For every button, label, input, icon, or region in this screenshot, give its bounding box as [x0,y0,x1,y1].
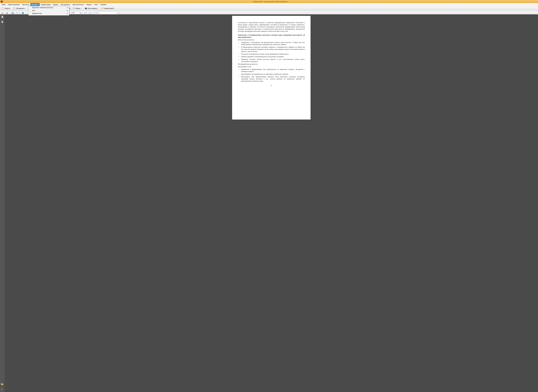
separator [93,11,93,14]
menu-bar: ФайлРедактированиеПросмотрДокументКоммен… [0,3,538,6]
comment-button[interactable]: Комментарий ▾ [100,7,115,10]
fit-width-icon [84,12,87,14]
save-button[interactable] [11,11,15,15]
page-viewport[interactable]: эстетических и нравственных идеалах и це… [5,14,538,15]
combine-icon [13,7,16,9]
combine-label: Объединить [16,8,24,9]
svg-rect-8 [73,8,74,9]
svg-rect-12 [7,12,8,13]
envelope-icon [16,12,19,14]
svg-point-10 [86,7,87,8]
app-icon [1,1,3,3]
menu-item-label: Водяной знак [32,13,42,14]
menu-item-документ[interactable]: Документ [30,3,40,6]
find-input[interactable] [94,12,119,14]
svg-rect-13 [7,13,8,14]
caret-icon: ▾ [97,8,98,9]
menu-item-дополнительно[interactable]: Дополнительно [71,3,85,6]
svg-rect-19 [85,13,85,13]
svg-rect-21 [90,12,91,14]
open-button[interactable] [0,11,5,15]
separator [83,11,83,14]
separator [99,7,100,10]
navigation-panel [0,14,5,15]
svg-rect-7 [73,8,74,8]
svg-rect-20 [86,13,86,13]
caret-icon: ▾ [114,8,115,9]
caret-icon: ▾ [10,8,11,9]
menu-item-файл[interactable]: Файл [0,3,7,6]
comment-icon [101,7,104,9]
caret-icon: ▾ [69,8,70,9]
menu-item[interactable]: Верхний и нижний колонтитул [28,6,69,9]
printer-icon [6,12,8,14]
svg-rect-3 [14,7,15,9]
forms-icon [73,7,75,9]
multimedia-icon [85,7,87,9]
menu-item-просмотр[interactable]: Просмотр [21,3,30,6]
title-bar: Сборник №5 - На печать.pdf - Adobe Acrob… [0,0,538,3]
menu-item-label: Фон [32,10,35,11]
window-title: Сборник №5 - На печать.pdf - Adobe Acrob… [3,1,537,3]
email-button[interactable] [15,11,19,15]
menu-item-комментарии[interactable]: Комментарии [40,3,52,6]
menu-item-формы[interactable]: Формы [52,3,59,6]
create-icon [1,7,4,9]
separator [10,11,10,14]
create-label: Создать [4,8,10,9]
fit-page-button[interactable] [88,11,92,15]
floppy-icon [11,12,14,14]
work-area: эстетических и нравственных идеалах и це… [0,14,538,15]
menu-item[interactable]: Фон [28,9,69,12]
fit-width-button[interactable] [84,11,88,15]
svg-rect-18 [85,12,86,14]
fit-page-icon [89,12,91,14]
menu-item-редактирование[interactable]: Редактирование [7,3,21,6]
menu-item-справка[interactable]: Справка [99,3,108,6]
svg-point-1 [2,7,3,8]
menu-item-инструменты[interactable]: Инструменты [59,3,71,6]
separator [20,11,20,14]
caret-icon: ▾ [80,12,81,14]
print-button[interactable] [5,11,9,15]
document-menu-dropdown: Верхний и нижний колонтитулФонВодяной зн… [28,6,69,15]
menu-item-окно[interactable]: Окно [93,3,99,6]
toolbar-primary: Создать ▾ Объединить ▾ Верхний и нижний … [0,6,538,11]
zoom-input[interactable] [71,12,79,14]
svg-rect-15 [12,12,13,13]
comment-label: Комментарий [104,8,113,9]
multimedia-button[interactable]: Мультимедиа ▾ [84,7,99,10]
multimedia-label: Мультимедиа [88,8,97,9]
caret-icon: ▾ [118,12,118,14]
caret-icon: ▾ [25,8,26,9]
folder-open-icon [1,12,4,14]
forms-label: Формы [76,8,80,9]
globe-icon [22,12,24,14]
caret-icon: ▾ [81,8,81,9]
forms-button[interactable]: Формы ▾ [72,7,82,10]
create-button[interactable]: Создать ▾ [0,7,12,10]
combine-button[interactable]: Объединить ▾ [12,7,26,10]
menu-item-модули[interactable]: Модули [85,3,93,6]
menu-item[interactable]: Водяной знак [28,12,69,15]
web-button[interactable] [21,11,25,15]
menu-item-label: Верхний и нижний колонтитул [32,7,53,9]
